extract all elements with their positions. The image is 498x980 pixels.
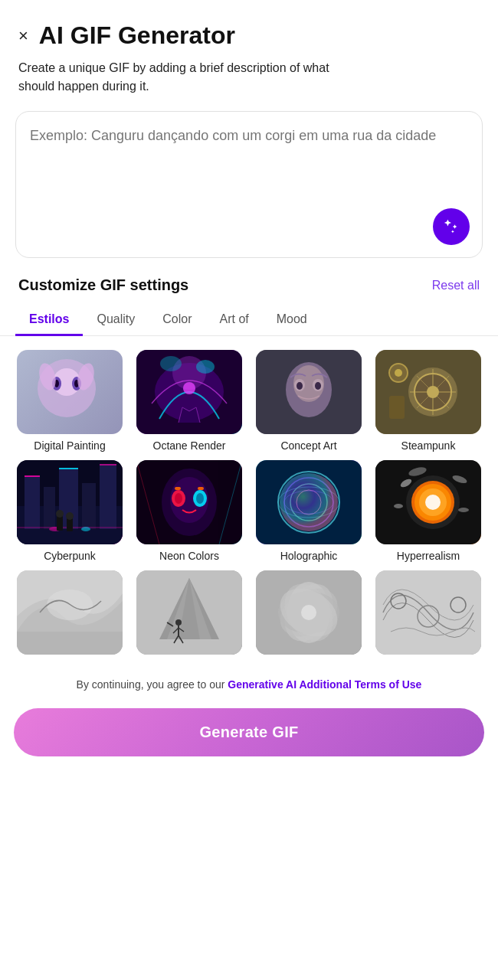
svg-point-99 xyxy=(301,605,316,620)
style-thumb-hyperrealism xyxy=(375,460,481,544)
svg-point-85 xyxy=(175,619,182,626)
svg-point-11 xyxy=(183,382,195,394)
description-input[interactable] xyxy=(30,126,468,208)
tab-mood[interactable]: Mood xyxy=(263,305,321,336)
style-label: Neon Colors xyxy=(159,549,219,563)
style-item-row3-col3[interactable] xyxy=(253,570,365,659)
style-item-concept-art[interactable]: Concept Art xyxy=(253,350,365,452)
tab-estilos[interactable]: Estilos xyxy=(15,305,83,336)
style-thumb-row3-col4 xyxy=(375,570,481,655)
settings-title: Customize GIF settings xyxy=(18,276,188,294)
svg-rect-56 xyxy=(175,487,181,490)
style-item-cyberpunk[interactable]: Cyberpunk xyxy=(14,460,126,563)
svg-rect-38 xyxy=(100,464,116,529)
style-label: Concept Art xyxy=(280,439,336,452)
svg-point-13 xyxy=(160,356,182,371)
magic-wand-icon xyxy=(443,218,460,235)
style-thumb-digital-painting xyxy=(17,350,123,434)
style-label: Digital Painting xyxy=(34,439,105,452)
svg-point-30 xyxy=(395,369,402,377)
style-thumb-cyberpunk xyxy=(17,460,123,544)
style-item-row3-col2[interactable] xyxy=(133,570,245,659)
header: × AI GIF Generator xyxy=(0,0,498,59)
style-item-holographic[interactable]: Holographic xyxy=(253,460,365,563)
svg-rect-35 xyxy=(44,487,55,529)
style-label: Steampunk xyxy=(401,439,456,452)
subtitle: Create a unique GIF by adding a brief de… xyxy=(0,59,368,111)
style-label: Holographic xyxy=(280,549,338,563)
svg-point-77 xyxy=(458,508,469,512)
style-item-digital-painting[interactable]: Digital Painting xyxy=(14,350,126,452)
svg-rect-57 xyxy=(198,487,204,490)
styles-grid: Digital Painting Octane Render xyxy=(0,350,498,659)
svg-point-67 xyxy=(280,473,338,531)
svg-point-12 xyxy=(196,360,215,374)
svg-rect-41 xyxy=(100,464,116,466)
tab-art-of[interactable]: Art of xyxy=(206,305,263,336)
style-tabs: Estilos Quality Color Art of Mood xyxy=(0,305,498,336)
description-input-container xyxy=(15,111,483,258)
svg-point-54 xyxy=(175,493,182,504)
style-item-row3-col1[interactable] xyxy=(14,570,126,659)
generate-gif-button[interactable]: Generate GIF xyxy=(14,708,484,756)
svg-point-19 xyxy=(297,382,303,390)
svg-rect-31 xyxy=(389,396,405,419)
settings-header: Customize GIF settings Reset all xyxy=(0,276,498,305)
svg-rect-34 xyxy=(25,475,40,529)
tab-color[interactable]: Color xyxy=(149,305,205,336)
style-label: Hyperrealism xyxy=(397,549,460,563)
magic-button[interactable] xyxy=(433,208,470,245)
style-thumb-holographic xyxy=(256,460,362,544)
style-thumb-row3-col1 xyxy=(17,570,123,655)
style-label: Octane Render xyxy=(153,439,226,452)
style-label: Cyberpunk xyxy=(44,549,96,563)
style-thumb-octane-render xyxy=(136,350,242,434)
svg-rect-37 xyxy=(82,483,96,529)
svg-rect-39 xyxy=(25,475,40,477)
svg-point-55 xyxy=(196,493,204,504)
terms-text: By continuing, you agree to our Generati… xyxy=(0,659,498,708)
page-title: AI GIF Generator xyxy=(39,21,235,50)
style-thumb-neon-colors xyxy=(136,460,242,544)
style-item-hyperrealism[interactable]: Hyperrealism xyxy=(372,460,484,563)
svg-point-20 xyxy=(315,382,321,390)
reset-all-button[interactable]: Reset all xyxy=(432,279,480,292)
svg-point-46 xyxy=(56,510,64,518)
style-item-neon-colors[interactable]: Neon Colors xyxy=(133,460,245,563)
svg-point-44 xyxy=(81,527,90,531)
style-thumb-row3-col3 xyxy=(256,570,362,655)
svg-point-73 xyxy=(425,495,441,510)
tab-quality[interactable]: Quality xyxy=(83,305,149,336)
svg-point-76 xyxy=(394,504,403,508)
style-item-steampunk[interactable]: Steampunk xyxy=(372,350,484,452)
svg-rect-40 xyxy=(59,468,78,469)
style-thumb-row3-col2 xyxy=(136,570,242,655)
svg-point-48 xyxy=(66,512,74,520)
style-thumb-steampunk xyxy=(375,350,481,434)
style-thumb-concept-art xyxy=(256,350,362,434)
style-item-row3-col4[interactable] xyxy=(372,570,484,659)
close-icon[interactable]: × xyxy=(18,26,28,46)
terms-link[interactable]: Generative AI Additional Terms of Use xyxy=(228,678,421,691)
style-item-octane-render[interactable]: Octane Render xyxy=(133,350,245,452)
